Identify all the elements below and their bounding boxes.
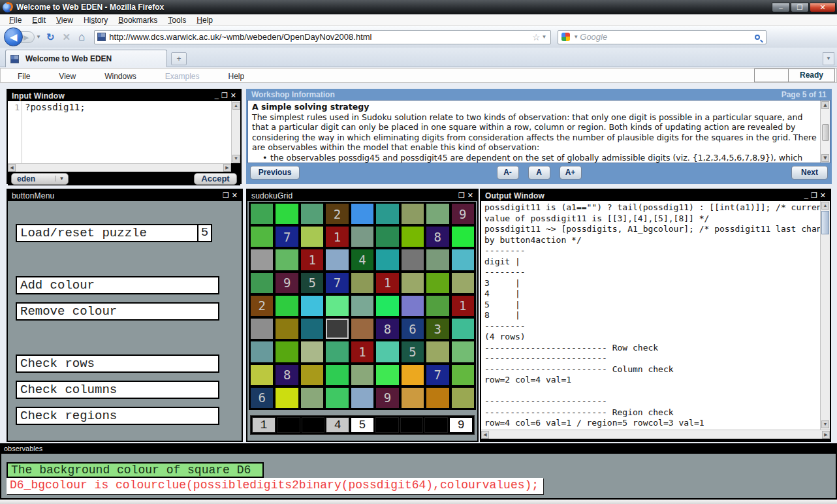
scroll-down-icon[interactable]: ▼ [821,154,829,162]
restore-button[interactable]: ❐ [791,3,809,12]
scroll-right-icon[interactable]: ▶ [822,431,830,439]
output-maximize-icon[interactable]: ❒ [811,191,817,200]
digit-strip-cell-4[interactable]: 4 [326,417,349,433]
scroll-thumb[interactable] [822,124,829,141]
sudoku-cell-r5c1[interactable]: 2 [251,296,273,316]
sudoku-close-icon[interactable]: ✕ [467,191,473,200]
sudoku-cell-r4c7[interactable] [402,273,424,293]
sudoku-maximize-icon[interactable]: ❒ [458,191,465,200]
sudoku-cell-r9c1[interactable]: 6 [251,388,273,408]
digit-strip-cell-9[interactable]: 9 [449,417,473,433]
sudoku-cell-r7c1[interactable] [251,341,273,362]
digit-strip-cell-7[interactable] [400,417,424,433]
scroll-down-icon[interactable]: ▼ [232,155,240,163]
workshop-vscrollbar[interactable]: ▲ ▼ [820,101,830,163]
sudoku-cell-r8c1[interactable] [251,365,273,385]
digit-strip-cell-5[interactable]: 5 [351,417,374,433]
sudoku-cell-r8c2[interactable]: 8 [276,365,298,385]
sudoku-cell-r9c5[interactable] [351,388,373,408]
tab-list-dropdown-icon[interactable]: ▼ [823,52,834,65]
code-text[interactable]: ?possdig11; [22,101,231,163]
editor-hscrollbar[interactable]: ◀ ▶ [8,163,231,172]
menu-tools[interactable]: Tools [163,16,191,25]
sudoku-cell-r1c2[interactable] [276,204,298,224]
input-minimize-icon[interactable]: _ [215,91,219,101]
digit-strip-cell-6[interactable] [375,417,399,433]
sudoku-cell-r1c1[interactable] [251,204,273,224]
sudoku-cell-r5c3[interactable] [301,296,323,316]
menu-view[interactable]: View [51,16,78,25]
sudoku-cell-r6c9[interactable] [452,319,474,339]
sudoku-cell-r8c6[interactable] [376,365,398,385]
new-tab-button[interactable]: + [171,52,187,65]
search-input[interactable]: Google [580,32,755,42]
sudoku-cell-r6c8[interactable]: 3 [426,319,449,339]
remove-colour-button[interactable]: Remove colour [16,302,219,321]
sudoku-cell-r5c6[interactable] [376,296,398,316]
sudoku-cell-r8c9[interactable] [452,365,474,385]
stop-button[interactable]: ✕ [59,31,75,43]
sudoku-cell-r2c3[interactable] [301,227,323,247]
sudoku-cell-r8c8[interactable]: 7 [426,365,449,385]
sudoku-cell-r5c4[interactable] [326,296,348,316]
observable-definition[interactable]: D6_bgcolour is colourclue(possibledigits… [7,478,543,494]
sudoku-cell-r9c7[interactable] [402,388,424,408]
sudoku-cell-r5c2[interactable] [276,296,298,316]
sudoku-cell-r2c4[interactable]: 1 [326,227,348,247]
sudoku-cell-r6c4[interactable] [326,319,348,339]
output-hscrollbar[interactable]: ◀ ▶ [481,430,830,439]
sudoku-cell-r3c2[interactable] [276,249,298,270]
scroll-thumb[interactable] [821,211,829,234]
sudoku-cell-r3c1[interactable] [251,249,273,270]
search-icon[interactable] [755,35,760,40]
sudoku-cell-r3c6[interactable] [376,249,398,270]
check-columns-button[interactable]: Check columns [16,381,219,399]
font-normal-button[interactable]: A [528,166,550,180]
sudoku-cell-r5c7[interactable] [402,296,424,316]
accept-button[interactable]: Accept [194,173,237,185]
puzzle-number-field[interactable]: 5 [198,224,212,242]
check-rows-button[interactable]: Check rows [16,354,219,373]
output-minimize-icon[interactable]: _ [804,191,808,200]
sudoku-cell-r9c6[interactable]: 9 [376,388,398,408]
sudoku-cell-r2c5[interactable] [351,227,373,247]
sudoku-cell-r8c7[interactable] [402,365,424,385]
sudoku-cell-r7c7[interactable]: 5 [402,341,424,362]
sudoku-cell-r9c2[interactable] [276,388,298,408]
input-close-icon[interactable]: ✕ [230,91,236,101]
minimize-button[interactable]: – [772,3,790,12]
sudoku-cell-r7c9[interactable] [452,341,474,362]
scroll-left-icon[interactable]: ◀ [8,164,16,172]
sudoku-cell-r4c5[interactable] [351,273,373,293]
sudoku-cell-r7c5[interactable]: 1 [351,341,373,362]
menu-history[interactable]: History [78,16,113,25]
load-reset-button[interactable]: Load/reset puzzle [16,224,198,242]
sudoku-cell-r5c8[interactable] [426,296,449,316]
sudoku-cell-r3c9[interactable] [452,249,474,270]
url-bar[interactable]: http://www.dcs.warwick.ac.uk/~wmb/webede… [94,30,551,44]
sudoku-cell-r2c1[interactable] [251,227,273,247]
sudoku-cell-r1c5[interactable] [351,204,373,224]
history-dropdown-icon[interactable]: ▼ [35,34,42,40]
sudoku-cell-r5c9[interactable]: 1 [452,296,474,316]
sudoku-cell-r6c5[interactable] [351,319,373,339]
buttonmenu-maximize-icon[interactable]: ❒ [223,191,229,200]
close-button[interactable]: ✕ [810,3,836,12]
sudoku-cell-r4c4[interactable]: 7 [326,273,348,293]
sudoku-cell-r3c3[interactable]: 1 [301,249,323,270]
tab-welcome[interactable]: Welcome to Web EDEN [5,50,167,67]
sudoku-cell-r4c9[interactable] [452,273,474,293]
code-editor[interactable]: 1 ?possdig11; ▲ ▼ [8,101,240,163]
sudoku-cell-r6c6[interactable]: 8 [376,319,398,339]
home-button[interactable]: ⌂ [74,31,89,44]
sudoku-cell-r4c8[interactable] [426,273,449,293]
sudoku-cell-r9c4[interactable] [326,388,348,408]
digit-strip-cell-1[interactable]: 1 [252,417,276,433]
sudoku-cell-r8c5[interactable] [351,365,373,385]
input-maximize-icon[interactable]: ❒ [221,91,228,101]
scroll-right-icon[interactable]: ▶ [223,164,231,172]
language-selector[interactable]: eden ▼ [11,173,69,185]
sudoku-cell-r1c3[interactable] [301,204,323,224]
sudoku-cell-r9c3[interactable] [301,388,323,408]
digit-strip-cell-2[interactable] [277,417,300,433]
